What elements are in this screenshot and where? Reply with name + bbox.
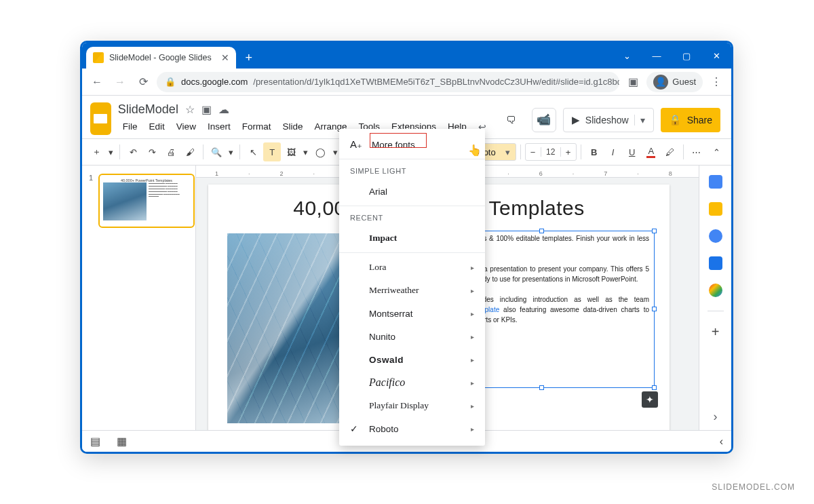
resize-handle[interactable] <box>652 307 657 311</box>
thumbnail-image <box>103 182 147 220</box>
comments-button[interactable]: 🗨 <box>498 108 525 132</box>
check-icon: ✓ <box>350 423 360 434</box>
calendar-icon[interactable] <box>709 175 722 189</box>
url-path: /presentation/d/1yIk1qd1XeTWtBMEMe5iT6zT… <box>253 77 619 87</box>
meet-button[interactable]: 📹 <box>532 108 556 132</box>
window-dropdown-icon[interactable]: ⌄ <box>612 43 642 69</box>
menu-file[interactable]: File <box>118 119 142 134</box>
lock-icon: 🔒 <box>165 77 176 87</box>
more-fonts-item[interactable]: A₊ More fonts <box>339 133 485 156</box>
new-tab-button[interactable]: + <box>240 49 258 66</box>
meet-icon: 📹 <box>537 113 551 127</box>
filmstrip-view-icon[interactable]: ▤ <box>90 435 100 448</box>
menu-edit[interactable]: Edit <box>144 119 170 134</box>
font-oswald[interactable]: Oswald▸ <box>339 348 485 371</box>
address-field[interactable]: 🔒 docs.google.com/presentation/d/1yIk1qd… <box>157 72 619 92</box>
window-maximize-icon[interactable]: ▢ <box>672 43 701 69</box>
menu-slide[interactable]: Slide <box>277 119 307 134</box>
share-label: Share <box>687 115 712 125</box>
slide-thumbnails: 1 40,000+ PowerPoint Templates ▬▬▬▬▬▬▬▬ … <box>82 166 196 430</box>
shape-tool[interactable]: ◯ <box>311 142 329 161</box>
nav-back-icon[interactable]: ← <box>88 73 106 92</box>
font-montserrat[interactable]: Montserrat▸ <box>339 302 485 325</box>
profile-chip[interactable]: 👤 Guest <box>646 72 703 92</box>
grid-view-icon[interactable]: ▦ <box>117 435 127 448</box>
browser-tab[interactable]: SlideModel - Google Slides ✕ <box>86 47 236 69</box>
menu-insert[interactable]: Insert <box>203 119 235 134</box>
collapse-toolbar-icon[interactable]: ⌃ <box>708 142 726 161</box>
explore-button[interactable]: ✦ <box>642 391 658 408</box>
nav-forward-icon[interactable]: → <box>111 73 130 92</box>
menu-view[interactable]: View <box>172 119 201 134</box>
textbox-tool[interactable]: T <box>263 142 281 161</box>
paint-format-button[interactable]: 🖌 <box>181 142 199 161</box>
zoom-button[interactable]: 🔍 <box>208 142 225 161</box>
underline-button[interactable]: U <box>623 142 641 161</box>
resize-handle[interactable] <box>652 229 657 233</box>
present-icon: ▶ <box>572 114 580 126</box>
font-arial[interactable]: Arial <box>339 180 485 203</box>
undo-button[interactable]: ↶ <box>124 142 142 161</box>
tab-title: SlideModel - Google Slides <box>109 53 212 62</box>
font-nunito[interactable]: Nunito▸ <box>339 325 485 348</box>
font-impact[interactable]: Impact <box>339 227 485 250</box>
section-recent-label: RECENT <box>339 209 485 227</box>
bold-button[interactable]: B <box>585 142 603 161</box>
window-minimize-icon[interactable]: — <box>642 43 672 69</box>
text-color-button[interactable]: A <box>642 142 660 161</box>
image-tool[interactable]: 🖼 <box>282 142 300 161</box>
shape-dropdown-icon[interactable]: ▾ <box>331 142 340 161</box>
tab-close-icon[interactable]: ✕ <box>221 52 229 63</box>
share-button[interactable]: 🔒 Share <box>661 108 720 132</box>
watermark: SLIDEMODEL.COM <box>712 482 795 492</box>
italic-button[interactable]: I <box>604 142 622 161</box>
window-close-icon[interactable]: ✕ <box>701 43 731 69</box>
tasks-icon[interactable] <box>709 229 722 243</box>
resize-handle[interactable] <box>539 229 544 233</box>
resize-handle[interactable] <box>539 385 544 390</box>
url-domain: docs.google.com <box>181 77 248 87</box>
star-icon[interactable]: ☆ <box>185 103 195 116</box>
font-size-decrease[interactable]: − <box>526 147 541 157</box>
font-size-increase[interactable]: + <box>561 147 576 157</box>
resize-handle[interactable] <box>652 385 657 390</box>
guest-label: Guest <box>672 77 696 87</box>
menu-format[interactable]: Format <box>237 119 276 134</box>
font-pacifico[interactable]: Pacifico▸ <box>339 371 485 394</box>
side-panel: + › <box>699 166 731 430</box>
font-lora[interactable]: Lora▸ <box>339 256 485 279</box>
font-roboto[interactable]: ✓Roboto▸ <box>339 417 485 440</box>
install-app-icon[interactable]: ▣ <box>623 73 642 92</box>
contacts-icon[interactable] <box>709 256 722 270</box>
print-button[interactable]: 🖨 <box>162 142 180 161</box>
lock-icon: 🔒 <box>669 114 682 126</box>
font-playfair[interactable]: Playfair Display▸ <box>339 394 485 417</box>
prev-slide-icon[interactable]: ‹ <box>720 435 723 448</box>
url-bar: ← → ⟳ 🔒 docs.google.com/presentation/d/1… <box>82 69 731 96</box>
maps-icon[interactable] <box>709 284 722 297</box>
select-tool[interactable]: ↖ <box>244 142 262 161</box>
slideshow-dropdown-icon[interactable]: ▾ <box>634 115 645 125</box>
more-tools-button[interactable]: ⋯ <box>688 142 705 161</box>
new-slide-dropdown-icon[interactable]: ▾ <box>106 142 115 161</box>
kebab-menu-icon[interactable]: ⋮ <box>707 73 726 92</box>
thumbnail-1[interactable]: 1 40,000+ PowerPoint Templates ▬▬▬▬▬▬▬▬ … <box>90 174 187 228</box>
addons-icon[interactable]: + <box>709 325 722 338</box>
doc-name[interactable]: SlideModel <box>118 102 178 117</box>
zoom-dropdown-icon[interactable]: ▾ <box>227 142 235 161</box>
add-font-icon: A₊ <box>350 138 362 151</box>
move-folder-icon[interactable]: ▣ <box>201 103 212 116</box>
slides-app-icon[interactable] <box>90 102 111 135</box>
font-size-control: − 12 + <box>525 143 577 161</box>
hide-sidepanel-icon[interactable]: › <box>709 410 722 423</box>
redo-button[interactable]: ↷ <box>143 142 161 161</box>
highlight-button[interactable]: 🖊 <box>661 142 679 161</box>
keep-icon[interactable] <box>709 202 722 216</box>
section-theme-label: SIMPLE LIGHT <box>339 162 485 180</box>
nav-reload-icon[interactable]: ⟳ <box>134 73 153 92</box>
font-merriweather[interactable]: Merriweather▸ <box>339 279 485 302</box>
font-size-value[interactable]: 12 <box>541 147 561 157</box>
slideshow-button[interactable]: ▶ Slideshow ▾ <box>563 108 654 132</box>
image-dropdown-icon[interactable]: ▾ <box>301 142 310 161</box>
new-slide-button[interactable]: ＋ <box>88 142 105 161</box>
